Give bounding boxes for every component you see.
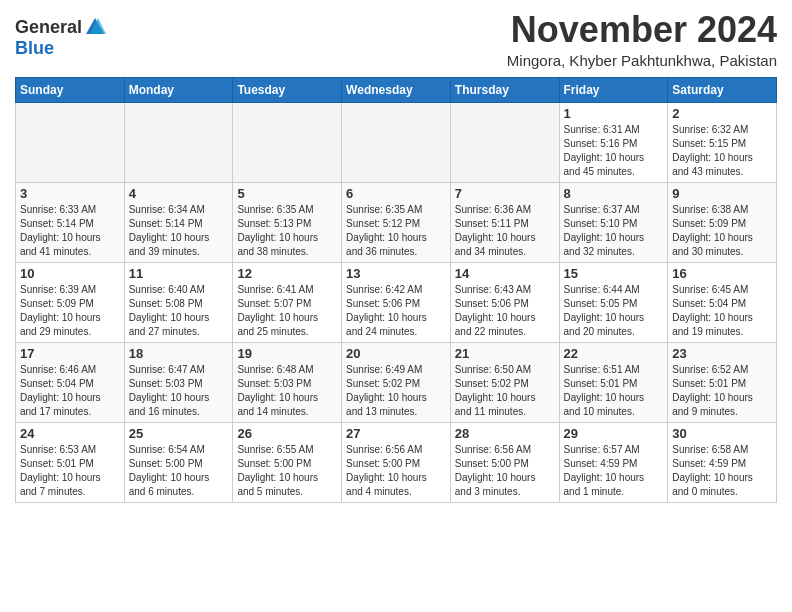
calendar-day-cell: 25Sunrise: 6:54 AM Sunset: 5:00 PM Dayli… <box>124 422 233 502</box>
day-info: Sunrise: 6:50 AM Sunset: 5:02 PM Dayligh… <box>455 363 555 419</box>
calendar-day-cell: 3Sunrise: 6:33 AM Sunset: 5:14 PM Daylig… <box>16 182 125 262</box>
calendar-day-cell <box>233 102 342 182</box>
day-info: Sunrise: 6:56 AM Sunset: 5:00 PM Dayligh… <box>346 443 446 499</box>
calendar-table: SundayMondayTuesdayWednesdayThursdayFrid… <box>15 77 777 503</box>
day-number: 14 <box>455 266 555 281</box>
day-info: Sunrise: 6:34 AM Sunset: 5:14 PM Dayligh… <box>129 203 229 259</box>
day-info: Sunrise: 6:39 AM Sunset: 5:09 PM Dayligh… <box>20 283 120 339</box>
calendar-day-cell: 14Sunrise: 6:43 AM Sunset: 5:06 PM Dayli… <box>450 262 559 342</box>
calendar-day-cell: 19Sunrise: 6:48 AM Sunset: 5:03 PM Dayli… <box>233 342 342 422</box>
day-info: Sunrise: 6:53 AM Sunset: 5:01 PM Dayligh… <box>20 443 120 499</box>
day-number: 23 <box>672 346 772 361</box>
calendar-day-cell: 8Sunrise: 6:37 AM Sunset: 5:10 PM Daylig… <box>559 182 668 262</box>
calendar-week-row: 10Sunrise: 6:39 AM Sunset: 5:09 PM Dayli… <box>16 262 777 342</box>
logo-general-text: General <box>15 17 82 38</box>
calendar-day-cell: 20Sunrise: 6:49 AM Sunset: 5:02 PM Dayli… <box>342 342 451 422</box>
calendar-week-row: 3Sunrise: 6:33 AM Sunset: 5:14 PM Daylig… <box>16 182 777 262</box>
day-info: Sunrise: 6:33 AM Sunset: 5:14 PM Dayligh… <box>20 203 120 259</box>
day-number: 29 <box>564 426 664 441</box>
calendar-day-cell: 22Sunrise: 6:51 AM Sunset: 5:01 PM Dayli… <box>559 342 668 422</box>
day-info: Sunrise: 6:35 AM Sunset: 5:12 PM Dayligh… <box>346 203 446 259</box>
calendar-week-row: 1Sunrise: 6:31 AM Sunset: 5:16 PM Daylig… <box>16 102 777 182</box>
day-info: Sunrise: 6:45 AM Sunset: 5:04 PM Dayligh… <box>672 283 772 339</box>
day-number: 22 <box>564 346 664 361</box>
day-number: 8 <box>564 186 664 201</box>
day-info: Sunrise: 6:31 AM Sunset: 5:16 PM Dayligh… <box>564 123 664 179</box>
calendar-day-cell: 26Sunrise: 6:55 AM Sunset: 5:00 PM Dayli… <box>233 422 342 502</box>
weekday-header-row: SundayMondayTuesdayWednesdayThursdayFrid… <box>16 77 777 102</box>
logo-blue-text: Blue <box>15 38 54 59</box>
weekday-header-cell: Thursday <box>450 77 559 102</box>
day-number: 26 <box>237 426 337 441</box>
day-info: Sunrise: 6:32 AM Sunset: 5:15 PM Dayligh… <box>672 123 772 179</box>
day-number: 1 <box>564 106 664 121</box>
logo: General Blue <box>15 16 106 59</box>
day-info: Sunrise: 6:49 AM Sunset: 5:02 PM Dayligh… <box>346 363 446 419</box>
calendar-day-cell: 30Sunrise: 6:58 AM Sunset: 4:59 PM Dayli… <box>668 422 777 502</box>
calendar-day-cell: 15Sunrise: 6:44 AM Sunset: 5:05 PM Dayli… <box>559 262 668 342</box>
calendar-day-cell <box>450 102 559 182</box>
calendar-week-row: 24Sunrise: 6:53 AM Sunset: 5:01 PM Dayli… <box>16 422 777 502</box>
day-info: Sunrise: 6:55 AM Sunset: 5:00 PM Dayligh… <box>237 443 337 499</box>
day-number: 4 <box>129 186 229 201</box>
calendar-body: 1Sunrise: 6:31 AM Sunset: 5:16 PM Daylig… <box>16 102 777 502</box>
day-info: Sunrise: 6:36 AM Sunset: 5:11 PM Dayligh… <box>455 203 555 259</box>
day-number: 11 <box>129 266 229 281</box>
weekday-header-cell: Monday <box>124 77 233 102</box>
day-number: 3 <box>20 186 120 201</box>
day-number: 18 <box>129 346 229 361</box>
day-number: 24 <box>20 426 120 441</box>
day-number: 20 <box>346 346 446 361</box>
weekday-header-cell: Saturday <box>668 77 777 102</box>
weekday-header-cell: Wednesday <box>342 77 451 102</box>
day-number: 19 <box>237 346 337 361</box>
day-number: 6 <box>346 186 446 201</box>
calendar-day-cell <box>342 102 451 182</box>
day-number: 21 <box>455 346 555 361</box>
calendar-day-cell: 13Sunrise: 6:42 AM Sunset: 5:06 PM Dayli… <box>342 262 451 342</box>
day-info: Sunrise: 6:37 AM Sunset: 5:10 PM Dayligh… <box>564 203 664 259</box>
title-block: November 2024 Mingora, Khyber Pakhtunkhw… <box>507 10 777 69</box>
day-number: 25 <box>129 426 229 441</box>
calendar-week-row: 17Sunrise: 6:46 AM Sunset: 5:04 PM Dayli… <box>16 342 777 422</box>
day-number: 13 <box>346 266 446 281</box>
day-info: Sunrise: 6:38 AM Sunset: 5:09 PM Dayligh… <box>672 203 772 259</box>
day-number: 30 <box>672 426 772 441</box>
month-title: November 2024 <box>507 10 777 50</box>
calendar-day-cell <box>16 102 125 182</box>
day-number: 27 <box>346 426 446 441</box>
calendar-day-cell: 6Sunrise: 6:35 AM Sunset: 5:12 PM Daylig… <box>342 182 451 262</box>
calendar-day-cell: 1Sunrise: 6:31 AM Sunset: 5:16 PM Daylig… <box>559 102 668 182</box>
weekday-header-cell: Tuesday <box>233 77 342 102</box>
day-info: Sunrise: 6:58 AM Sunset: 4:59 PM Dayligh… <box>672 443 772 499</box>
calendar-day-cell: 4Sunrise: 6:34 AM Sunset: 5:14 PM Daylig… <box>124 182 233 262</box>
day-number: 5 <box>237 186 337 201</box>
day-number: 28 <box>455 426 555 441</box>
location-subtitle: Mingora, Khyber Pakhtunkhwa, Pakistan <box>507 52 777 69</box>
day-info: Sunrise: 6:51 AM Sunset: 5:01 PM Dayligh… <box>564 363 664 419</box>
calendar-day-cell: 5Sunrise: 6:35 AM Sunset: 5:13 PM Daylig… <box>233 182 342 262</box>
day-number: 16 <box>672 266 772 281</box>
calendar-day-cell <box>124 102 233 182</box>
calendar-day-cell: 27Sunrise: 6:56 AM Sunset: 5:00 PM Dayli… <box>342 422 451 502</box>
calendar-day-cell: 23Sunrise: 6:52 AM Sunset: 5:01 PM Dayli… <box>668 342 777 422</box>
day-info: Sunrise: 6:40 AM Sunset: 5:08 PM Dayligh… <box>129 283 229 339</box>
day-number: 7 <box>455 186 555 201</box>
calendar-day-cell: 17Sunrise: 6:46 AM Sunset: 5:04 PM Dayli… <box>16 342 125 422</box>
calendar-day-cell: 11Sunrise: 6:40 AM Sunset: 5:08 PM Dayli… <box>124 262 233 342</box>
calendar-day-cell: 18Sunrise: 6:47 AM Sunset: 5:03 PM Dayli… <box>124 342 233 422</box>
day-info: Sunrise: 6:35 AM Sunset: 5:13 PM Dayligh… <box>237 203 337 259</box>
day-info: Sunrise: 6:56 AM Sunset: 5:00 PM Dayligh… <box>455 443 555 499</box>
day-number: 12 <box>237 266 337 281</box>
day-info: Sunrise: 6:41 AM Sunset: 5:07 PM Dayligh… <box>237 283 337 339</box>
calendar-day-cell: 16Sunrise: 6:45 AM Sunset: 5:04 PM Dayli… <box>668 262 777 342</box>
logo-icon <box>84 16 106 38</box>
page-header: General Blue November 2024 Mingora, Khyb… <box>15 10 777 69</box>
day-info: Sunrise: 6:54 AM Sunset: 5:00 PM Dayligh… <box>129 443 229 499</box>
calendar-day-cell: 7Sunrise: 6:36 AM Sunset: 5:11 PM Daylig… <box>450 182 559 262</box>
day-info: Sunrise: 6:44 AM Sunset: 5:05 PM Dayligh… <box>564 283 664 339</box>
calendar-day-cell: 29Sunrise: 6:57 AM Sunset: 4:59 PM Dayli… <box>559 422 668 502</box>
calendar-day-cell: 10Sunrise: 6:39 AM Sunset: 5:09 PM Dayli… <box>16 262 125 342</box>
calendar-day-cell: 2Sunrise: 6:32 AM Sunset: 5:15 PM Daylig… <box>668 102 777 182</box>
calendar-day-cell: 9Sunrise: 6:38 AM Sunset: 5:09 PM Daylig… <box>668 182 777 262</box>
